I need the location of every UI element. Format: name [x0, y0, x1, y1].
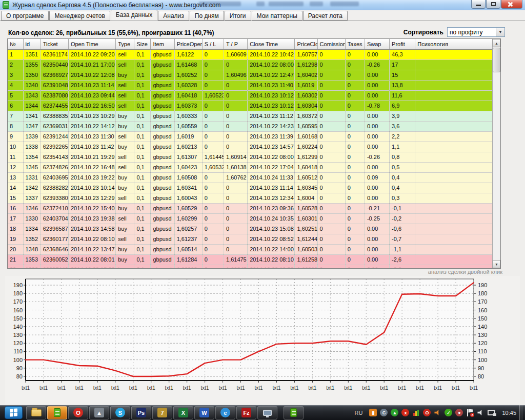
cell[interactable]: 2014.10.24 11:33	[248, 172, 295, 183]
cell[interactable]: 3,6	[390, 121, 415, 131]
tab-3[interactable]: База данных	[111, 10, 157, 21]
cell[interactable]: sell	[116, 213, 134, 224]
cell[interactable]: 1353	[23, 254, 41, 265]
cell[interactable]: 2014.10.23 11:39	[248, 131, 295, 142]
cell[interactable]: 2	[8, 59, 23, 70]
cell[interactable]	[415, 172, 493, 183]
cell[interactable]: 1334	[23, 224, 41, 234]
cell[interactable]: 0	[224, 224, 247, 234]
cell[interactable]: 10	[8, 142, 23, 152]
table-row[interactable]: 131331624036952014.10.23 19:22buy0,1gbpu…	[8, 172, 493, 183]
cell[interactable]: 0	[345, 70, 365, 80]
show-desktop-button[interactable]	[519, 405, 523, 420]
cell[interactable]: 0	[317, 70, 345, 80]
cell[interactable]: 1,60301	[295, 213, 317, 224]
cell[interactable]: 0.09	[365, 172, 389, 183]
cell[interactable]: 0,1	[134, 59, 151, 70]
cell[interactable]: 0,1	[134, 111, 151, 121]
cell[interactable]: 0,1	[134, 234, 151, 244]
cell[interactable]: 1,61299	[295, 152, 317, 162]
cell[interactable]: 3,9	[390, 111, 415, 121]
cell[interactable]: 0	[224, 90, 247, 101]
table-row[interactable]: 141342623882822014.10.23 10:14buy0,1gbpu…	[8, 183, 493, 193]
cell[interactable]: 0	[345, 80, 365, 90]
table-row[interactable]: 101338623922652014.10.23 11:42buy0,1gbpu…	[8, 142, 493, 152]
cell[interactable]: 17	[390, 59, 415, 70]
cell[interactable]: 2014.10.23 15:08	[248, 224, 295, 234]
table-row[interactable]: 61344623744552014.10.22 16:50sell0,1gbpu…	[8, 101, 493, 111]
table-row[interactable]: 71341623888352014.10.23 10:29buy0,1gbpus…	[8, 111, 493, 121]
explorer-icon[interactable]	[26, 406, 46, 419]
cell[interactable]: 0	[317, 121, 345, 131]
cell[interactable]: 2014.10.23 14:57	[248, 142, 295, 152]
cell[interactable]: 62360052	[41, 254, 68, 265]
cell[interactable]: 0,1	[134, 183, 151, 193]
cell[interactable]: 1,60914	[224, 152, 247, 162]
column-header[interactable]: №	[8, 39, 23, 49]
cell[interactable]	[415, 80, 493, 90]
cell[interactable]: 1,60224	[295, 142, 317, 152]
cell[interactable]: 1355	[23, 59, 41, 70]
cell[interactable]: 0	[345, 172, 365, 183]
cell[interactable]: 1,60302	[295, 90, 317, 101]
cell[interactable]: 8	[8, 121, 23, 131]
cell[interactable]: 0	[317, 59, 345, 70]
cell[interactable]: gbpusd	[151, 244, 174, 254]
journal-app-icon[interactable]	[47, 406, 67, 419]
cell[interactable]: 0	[317, 244, 345, 254]
cell[interactable]: buy	[116, 111, 134, 121]
column-header[interactable]: Size	[134, 39, 151, 49]
cell[interactable]: 0.00	[365, 162, 389, 172]
cell[interactable]: 0,5	[390, 162, 415, 172]
cell[interactable]: buy	[116, 121, 134, 131]
cell[interactable]: gbpusd	[151, 70, 174, 80]
cell[interactable]: 1,6019	[295, 80, 317, 90]
cell[interactable]: 0	[317, 254, 345, 265]
cell[interactable]: 2014.10.22 08:01	[68, 254, 115, 265]
cell[interactable]: 2014.10.23 19:38	[68, 213, 115, 224]
cell[interactable]	[415, 244, 493, 254]
cell[interactable]: sell	[116, 162, 134, 172]
tab-2[interactable]: Менеджер счетов	[49, 11, 110, 21]
cell[interactable]: 2014.10.21 19:29	[68, 152, 115, 162]
cell[interactable]: 0	[202, 59, 224, 70]
cell[interactable]: 0	[317, 111, 345, 121]
cell[interactable]: -2,6	[390, 254, 415, 265]
cell[interactable]: 1,60372	[295, 111, 317, 121]
cell[interactable]: 1,60252	[174, 70, 202, 80]
column-header[interactable]: PriceOpen	[174, 39, 202, 49]
cell[interactable]: 0.00	[365, 131, 389, 142]
update-tray-icon[interactable]: ●	[455, 409, 463, 416]
cell[interactable]: 2014.10.23 10:29	[68, 111, 115, 121]
sort-dropdown[interactable]: по профиту ▼	[447, 27, 505, 37]
cell[interactable]: 1,60213	[174, 142, 202, 152]
cell[interactable]	[415, 265, 493, 269]
cell[interactable]	[415, 131, 493, 142]
cell[interactable]: 62369031	[41, 121, 68, 131]
cell[interactable]: 0	[317, 183, 345, 193]
cell[interactable]: 1,60333	[174, 111, 202, 121]
column-header[interactable]: id	[23, 39, 41, 49]
cell[interactable]: 1,6004	[295, 193, 317, 203]
cell[interactable]: 2014.10.24 10:35	[248, 213, 295, 224]
cell[interactable]	[415, 162, 493, 172]
cell[interactable]: 0	[317, 101, 345, 111]
cell[interactable]: 0.00	[365, 90, 389, 101]
cell[interactable]	[415, 142, 493, 152]
cell[interactable]: 0,1	[134, 162, 151, 172]
excel-icon[interactable]: X	[173, 406, 193, 419]
cell[interactable]: 0.00	[365, 193, 389, 203]
tab-6[interactable]: Итоги	[225, 11, 251, 21]
cell[interactable]: 1,60328	[174, 80, 202, 90]
cell[interactable]: sell	[116, 80, 134, 90]
cell[interactable]: 2014.10.23 12:34	[248, 193, 295, 203]
cell[interactable]: 0.00	[365, 254, 389, 265]
cell[interactable]: 62387080	[41, 90, 68, 101]
table-row[interactable]: 161346623724102014.10.22 15:40buy0,1gbpu…	[8, 203, 493, 213]
word-icon[interactable]: W	[194, 406, 214, 419]
skype-icon[interactable]: S	[110, 406, 130, 419]
cell[interactable]: 0.00	[365, 183, 389, 193]
minimize-button[interactable]	[471, 0, 486, 9]
cell[interactable]: 1,61475	[224, 254, 247, 265]
cell[interactable]: 0	[317, 162, 345, 172]
